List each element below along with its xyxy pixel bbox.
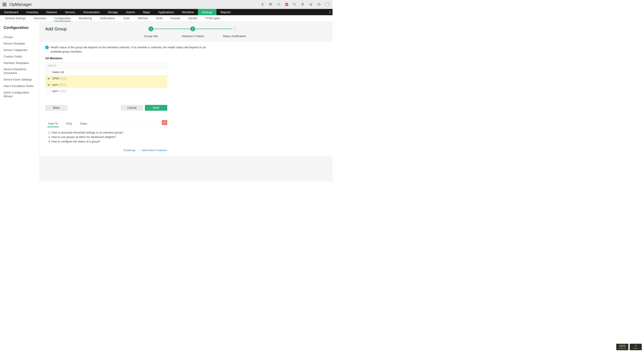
subnav-tools[interactable]: Tools (119, 15, 134, 21)
member-row[interactable]: OPMxxxxx (46, 75, 167, 82)
member-list: Select All OPMxxxxxopm-xxxxxopm-xxxxx (45, 62, 167, 94)
sidebar-item-groups[interactable]: Groups (4, 34, 36, 40)
minus-icon (164, 122, 166, 123)
back-button[interactable]: Back (45, 105, 68, 111)
help-tab-video[interactable]: Video (80, 120, 87, 127)
headset-icon[interactable] (276, 2, 281, 6)
wizard-header: Add Group 1Group Info2Selection Criteria… (40, 22, 332, 42)
gift-icon[interactable] (285, 2, 289, 6)
cancel-button[interactable]: Cancel (121, 105, 143, 111)
bell-icon[interactable] (301, 2, 305, 6)
subnav-general-settings[interactable]: General Settings (1, 15, 30, 21)
select-all-label: Select All (52, 70, 64, 74)
member-label: opm- (52, 83, 59, 86)
sidebar-title: Configuration (4, 26, 36, 30)
info-icon: i (45, 46, 49, 49)
subnav-discovery[interactable]: Discovery (30, 15, 50, 21)
save-button[interactable]: Save (145, 105, 167, 111)
content-card: i Health status of the group will depend… (40, 42, 214, 156)
member-label: OPM (52, 77, 59, 80)
subnav-oputils[interactable]: OpUtils (184, 15, 201, 21)
step-circle: 2 (190, 26, 195, 31)
select-all-row[interactable]: Select All (46, 69, 167, 75)
help-item[interactable]: How to use groups as filters for dashboa… (52, 135, 167, 139)
step-label: Selection Criteria (182, 34, 204, 38)
nav-network[interactable]: Network (42, 9, 61, 15)
nav-reports[interactable]: Reports (216, 9, 235, 15)
roadmap-link[interactable]: Roadmap (124, 149, 136, 152)
sidebar-item-device-template[interactable]: Device Template (4, 40, 36, 47)
checkbox[interactable] (47, 77, 50, 80)
checkbox-select-all[interactable] (47, 70, 50, 74)
apps-grid-icon[interactable] (3, 3, 6, 6)
wizard-steps: 1Group Info2Selection Criteria3Status No… (130, 26, 255, 38)
member-row[interactable]: opm-xxxxx (46, 88, 167, 94)
presentation-icon[interactable] (268, 2, 272, 6)
subnav-firewall[interactable]: Firewall (166, 15, 184, 21)
kebab-menu-icon[interactable] (330, 9, 330, 15)
search-icon[interactable] (293, 2, 297, 6)
plugin-icon[interactable] (309, 2, 313, 6)
wizard-step-1[interactable]: 1Group Info (130, 26, 172, 38)
main-area: Add Group 1Group Info2Selection Criteria… (40, 22, 332, 182)
nav-dashboard[interactable]: Dashboard (0, 9, 22, 15)
help-item[interactable]: How to associate threshold settings to a… (52, 130, 167, 135)
subnav-monitoring[interactable]: Monitoring (75, 15, 96, 21)
sub-nav: General SettingsDiscoveryConfigurationMo… (0, 15, 332, 22)
info-text: Health status of the group will depend o… (50, 46, 209, 54)
subnav-itom-agent[interactable]: ITOM Agent (201, 15, 224, 21)
step-circle: 3 (232, 26, 237, 31)
top-header: OpManager (0, 0, 332, 9)
sidebar-item-device-down-settings[interactable]: Device Down Settings (4, 76, 36, 83)
sidebar-item-quick-configuration-wizard[interactable]: Quick Configuration Wizard (4, 90, 36, 100)
member-search-input[interactable] (46, 62, 167, 69)
step-label: Group Info (144, 34, 158, 38)
sidebar-item-device-categories[interactable]: Device Categories (4, 47, 36, 54)
subnav-ncm[interactable]: NCM (152, 15, 166, 21)
nav-applications[interactable]: Applications (154, 9, 178, 15)
need-more-link[interactable]: Need More Features (142, 149, 167, 152)
rocket-icon[interactable] (260, 2, 264, 6)
nav-storage[interactable]: Storage (104, 9, 122, 15)
subnav-notifications[interactable]: Notifications (96, 15, 119, 21)
member-blurred: xxxxx (59, 77, 66, 80)
gear-icon[interactable] (317, 2, 321, 6)
nav-inventory[interactable]: Inventory (22, 9, 42, 15)
collapse-button[interactable] (162, 120, 167, 125)
nav-maps[interactable]: Maps (139, 9, 154, 15)
subnav-netflow[interactable]: NetFlow (134, 15, 152, 21)
member-row[interactable]: opm-xxxxx (46, 82, 167, 88)
wizard-step-2[interactable]: 2Selection Criteria (172, 26, 214, 38)
help-item[interactable]: How to configure the status of a group? (52, 139, 167, 144)
help-section: How ToFAQVideo How to associate threshol… (45, 120, 167, 144)
user-avatar[interactable] (325, 2, 330, 7)
main-nav: DashboardInventoryNetworkServersVirtuali… (0, 9, 332, 15)
members-title: All Members (45, 56, 209, 60)
nav-virtualization[interactable]: Virtualization (79, 9, 104, 15)
help-tab-how-to[interactable]: How To (48, 120, 58, 127)
sidebar-item-alarm-escalation-rules[interactable]: Alarm Escalation Rules (4, 83, 36, 90)
help-tabs: How ToFAQVideo (45, 120, 167, 127)
divider: | (138, 149, 139, 152)
sidebar-item-device-downtime-schedules[interactable]: Device Downtime Schedules (4, 66, 36, 76)
sidebar-item-interface-templates[interactable]: Interface Templates (4, 60, 36, 66)
sidebar-item-custom-fields[interactable]: Custom Fields (4, 54, 36, 60)
wizard-step-3[interactable]: 3Status Notification (214, 26, 255, 38)
page-title: Add Group (45, 26, 130, 32)
nav-alarms[interactable]: Alarms (122, 9, 139, 15)
step-label: Status Notification (223, 34, 246, 38)
help-tab-faq[interactable]: FAQ (66, 120, 72, 127)
info-banner: i Health status of the group will depend… (45, 46, 209, 54)
checkbox[interactable] (47, 89, 50, 92)
top-icon-bar (260, 0, 330, 9)
member-blurred: xxxxx (59, 83, 66, 86)
footer-links: Roadmap | Need More Features (45, 149, 167, 152)
sidebar-items: GroupsDevice TemplateDevice CategoriesCu… (4, 34, 36, 100)
checkbox[interactable] (47, 83, 50, 86)
nav-settings[interactable]: Settings (198, 9, 216, 15)
help-list: How to associate threshold settings to a… (45, 127, 167, 144)
member-blurred: xxxxx (59, 89, 66, 92)
subnav-configuration[interactable]: Configuration (50, 15, 75, 21)
nav-workflow[interactable]: Workflow (178, 9, 198, 15)
nav-servers[interactable]: Servers (61, 9, 79, 15)
